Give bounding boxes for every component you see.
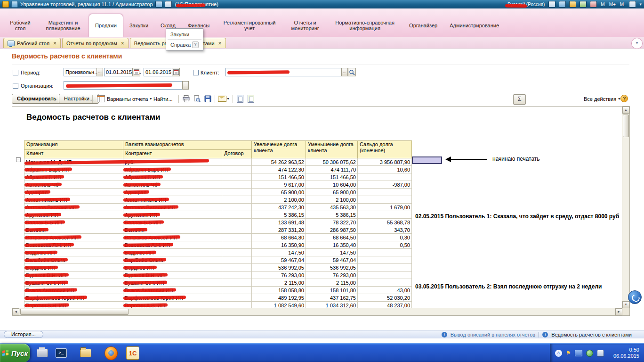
table-cell[interactable]: Бердяев ИП bbox=[123, 264, 222, 272]
table-row[interactable]: Арутюнян ИПАрутюнян ИП5 386,155 386,15 bbox=[24, 211, 412, 219]
table-cell[interactable]: 133 691,48 bbox=[252, 219, 306, 226]
table-cell[interactable]: 2 100,00 bbox=[306, 196, 358, 204]
section-tab-3[interactable]: Закупки bbox=[123, 14, 154, 37]
column-header-organization[interactable]: Организация bbox=[24, 141, 123, 150]
table-cell[interactable]: 489 192,95 bbox=[252, 294, 306, 302]
client-checkbox[interactable] bbox=[193, 70, 199, 75]
table-row[interactable]: Абрамян Г. ИПАбрамян Г. ИП151 466,50151 … bbox=[24, 173, 412, 181]
section-tab-9[interactable]: Органайзер bbox=[403, 14, 443, 37]
table-row[interactable]: Варфоломеев Юрий ИПВарфоломеев Юрий ИП48… bbox=[24, 294, 412, 302]
table-cell[interactable] bbox=[222, 279, 252, 287]
table-cell[interactable]: Алиат никель ИП bbox=[123, 196, 222, 204]
table-row[interactable]: БеглиянБеглиян287 331,20286 987,50343,70 bbox=[24, 226, 412, 234]
table-row[interactable]: Автостиль ЧбАвтостиль Чб9 617,0010 604,0… bbox=[24, 181, 412, 189]
find-icon[interactable] bbox=[590, 1, 597, 8]
table-cell[interactable]: 54 262 963,52 bbox=[252, 158, 306, 166]
table-cell[interactable]: 55 368,78 bbox=[358, 219, 412, 226]
panel-collapse-button[interactable]: ▾ bbox=[631, 38, 643, 49]
table-cell[interactable]: 0,50 bbox=[358, 241, 412, 249]
taskbar-clock[interactable]: 0:50 06.06.2015 bbox=[613, 347, 639, 359]
table-cell[interactable] bbox=[358, 173, 412, 181]
menu-item-help[interactable]: Справка ? bbox=[166, 40, 203, 49]
tray-display-icon[interactable] bbox=[575, 350, 582, 356]
tray-expand-icon[interactable]: ^ bbox=[555, 350, 562, 357]
table-row[interactable]: Абрамян Барс ИПАбрамян Барс ИП474 122,30… bbox=[24, 166, 412, 173]
table-cell[interactable] bbox=[222, 256, 252, 264]
table-cell[interactable]: Ватраков Алексей ИП bbox=[123, 234, 222, 241]
memory-plus-button[interactable]: M+ bbox=[609, 2, 616, 7]
scroll-right-button[interactable]: ▶ bbox=[615, 308, 622, 315]
close-icon[interactable]: × bbox=[121, 41, 124, 46]
table-cell[interactable] bbox=[222, 294, 252, 302]
table-cell[interactable]: Антонов Виталий ИП bbox=[123, 204, 222, 211]
table-row[interactable]: Бадрикс ИПБадрикс ИП147,50147,50 bbox=[24, 249, 412, 256]
table-cell[interactable]: 16 350,90 bbox=[252, 241, 306, 249]
scroll-up-button[interactable]: ▲ bbox=[622, 107, 629, 114]
table-cell[interactable] bbox=[358, 211, 412, 219]
date-to-calendar-button[interactable] bbox=[172, 68, 180, 76]
table-cell[interactable]: Бушани С.Н. ИП bbox=[24, 279, 123, 287]
vertical-scrollbar[interactable]: ▲ ▼ bbox=[622, 107, 629, 308]
column-header-contragent[interactable]: Контрагент bbox=[123, 150, 222, 158]
language-indicator[interactable]: Русский (Россия) bbox=[507, 2, 545, 7]
memory-recall-button[interactable]: M bbox=[600, 2, 605, 7]
open-icon[interactable] bbox=[559, 1, 566, 8]
table-cell[interactable]: Автостиль Чб bbox=[24, 181, 123, 189]
copy-to-clipboard-button[interactable] bbox=[235, 94, 245, 104]
close-icon[interactable]: × bbox=[53, 41, 56, 46]
table-cell[interactable]: 2 115,00 bbox=[306, 279, 358, 287]
table-cell[interactable]: 50 306 075,62 bbox=[306, 158, 358, 166]
table-cell[interactable]: 2 100,00 bbox=[252, 196, 306, 204]
organization-select-button[interactable]: ... bbox=[182, 81, 189, 90]
section-tab-6[interactable]: Регламентированный учет bbox=[216, 14, 283, 37]
table-cell[interactable]: 158 101,80 bbox=[306, 287, 358, 294]
history-button[interactable]: История... bbox=[4, 331, 43, 338]
table-cell[interactable] bbox=[222, 173, 252, 181]
table-cell[interactable]: 151 466,50 bbox=[306, 173, 358, 181]
table-cell[interactable]: 5 386,15 bbox=[306, 211, 358, 219]
table-cell[interactable]: 0,30 bbox=[358, 234, 412, 241]
table-cell[interactable] bbox=[222, 211, 252, 219]
table-row[interactable]: АдмиралАдмирал65 900,0065 900,00 bbox=[24, 189, 412, 196]
doc-tab-1[interactable]: Отчеты по продажам× bbox=[62, 38, 129, 48]
quicklaunch-fax-icon[interactable] bbox=[36, 346, 49, 360]
table-cell[interactable]: 286 987,50 bbox=[306, 226, 358, 234]
vertical-scroll-thumb[interactable] bbox=[623, 115, 629, 137]
period-kind-combo[interactable]: Произвольн... bbox=[64, 68, 97, 76]
column-header-currency[interactable]: Валюта взаиморасчетов bbox=[123, 141, 252, 150]
table-cell[interactable]: 147,50 bbox=[306, 249, 358, 256]
column-header-increase[interactable]: Увеличение долга клиента bbox=[252, 141, 306, 158]
table-cell[interactable]: Быков Анатолий ИП bbox=[24, 287, 123, 294]
report-area[interactable]: Ведомость расчетов с клиентами − Организ… bbox=[12, 106, 630, 316]
table-cell[interactable]: 536 992,05 bbox=[306, 264, 358, 272]
table-row[interactable]: Бураков В.Н. ИПБураков В.Н. ИП76 293,007… bbox=[24, 272, 412, 279]
table-cell[interactable]: Вовсевска Л.Н. ИП bbox=[24, 241, 123, 249]
table-cell[interactable]: 65 900,00 bbox=[252, 189, 306, 196]
organization-checkbox[interactable] bbox=[13, 83, 18, 89]
table-row[interactable]: Бельбийн ОльгаБар/Бийо Ольга59 467,0459 … bbox=[24, 256, 412, 264]
table-cell[interactable]: 9 617,00 bbox=[252, 181, 306, 189]
table-cell[interactable] bbox=[358, 249, 412, 256]
table-cell[interactable]: -43,00 bbox=[358, 287, 412, 294]
scroll-down-button[interactable]: ▼ bbox=[622, 301, 629, 308]
calendar-icon[interactable] bbox=[580, 1, 587, 8]
table-row[interactable]: Вовсевска Л.Н. ИПВовсевска А.Н. ИП16 350… bbox=[24, 241, 412, 249]
table-cell[interactable] bbox=[222, 181, 252, 189]
table-cell[interactable] bbox=[222, 196, 252, 204]
table-cell[interactable]: Алиат никель ИП bbox=[24, 196, 123, 204]
client-search-button[interactable] bbox=[348, 68, 356, 76]
tray-flag-icon[interactable]: ⚑ bbox=[566, 350, 571, 357]
horizontal-scroll-thumb[interactable] bbox=[20, 309, 129, 315]
print-button[interactable] bbox=[181, 94, 191, 104]
paste-from-clipboard-button[interactable] bbox=[246, 94, 256, 104]
table-cell[interactable]: Бар/Бийо Ольга bbox=[123, 256, 222, 264]
table-cell[interactable]: 52 030,20 bbox=[358, 294, 412, 302]
tray-shield-icon[interactable] bbox=[586, 350, 593, 357]
table-cell[interactable]: Беглиян bbox=[24, 226, 123, 234]
selected-cell[interactable] bbox=[412, 156, 442, 164]
table-cell[interactable] bbox=[358, 279, 412, 287]
horizontal-scrollbar[interactable]: ◀ ▶ bbox=[12, 308, 622, 315]
table-cell[interactable]: 10,60 bbox=[358, 166, 412, 173]
table-cell[interactable]: 1 679,00 bbox=[358, 204, 412, 211]
column-header-client[interactable]: Клиент bbox=[24, 150, 123, 158]
